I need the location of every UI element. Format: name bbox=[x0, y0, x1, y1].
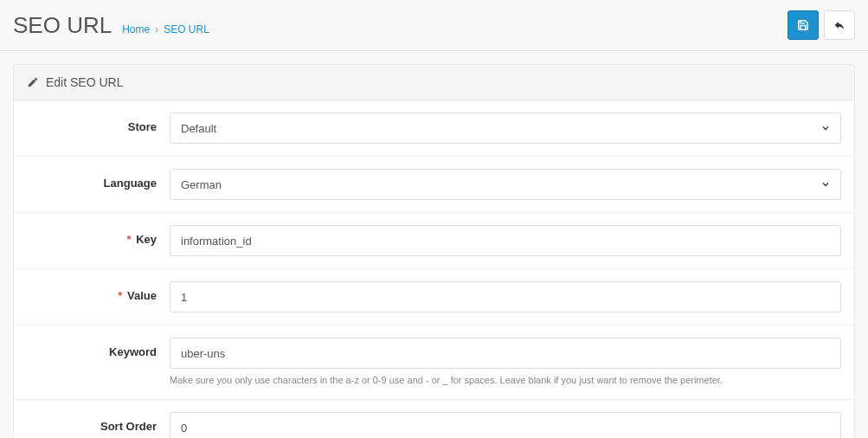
save-icon bbox=[797, 19, 809, 31]
breadcrumb-home[interactable]: Home bbox=[122, 23, 150, 35]
language-label: Language bbox=[27, 169, 170, 190]
form-row-value: * Value bbox=[14, 269, 854, 325]
value-input[interactable] bbox=[170, 281, 841, 312]
sort-order-input[interactable] bbox=[170, 412, 841, 438]
store-select[interactable]: Default bbox=[170, 113, 841, 144]
key-input[interactable] bbox=[170, 225, 841, 256]
form-row-keyword: Keyword Make sure you only use character… bbox=[14, 325, 854, 400]
pencil-icon bbox=[27, 76, 39, 88]
edit-panel: Edit SEO URL Store Default Language Germ… bbox=[13, 64, 855, 438]
key-label: * Key bbox=[27, 225, 170, 246]
header-left: SEO URL Home › SEO URL bbox=[13, 12, 209, 39]
form-row-sort-order: Sort Order The sort order of the keyword… bbox=[14, 400, 854, 438]
language-select[interactable]: German bbox=[170, 169, 841, 200]
keyword-help: Make sure you only use characters in the… bbox=[170, 374, 841, 387]
keyword-label: Keyword bbox=[27, 338, 170, 358]
page-title: SEO URL bbox=[13, 12, 112, 39]
panel-title: Edit SEO URL bbox=[46, 75, 123, 89]
back-button[interactable] bbox=[824, 10, 855, 40]
header-actions bbox=[788, 10, 855, 40]
keyword-input[interactable] bbox=[170, 338, 841, 369]
panel-header: Edit SEO URL bbox=[14, 65, 854, 100]
form-row-store: Store Default bbox=[14, 100, 854, 157]
sort-order-label: Sort Order bbox=[27, 412, 170, 433]
breadcrumb-separator: › bbox=[155, 23, 158, 35]
breadcrumb-current[interactable]: SEO URL bbox=[164, 23, 209, 35]
panel-body: Store Default Language German bbox=[14, 100, 854, 438]
form-row-key: * Key bbox=[14, 213, 854, 269]
store-label: Store bbox=[27, 113, 170, 133]
form-row-language: Language German bbox=[14, 157, 854, 213]
page-header: SEO URL Home › SEO URL bbox=[0, 0, 868, 51]
save-button[interactable] bbox=[788, 10, 819, 40]
breadcrumb: Home › SEO URL bbox=[122, 23, 209, 35]
value-label: * Value bbox=[27, 281, 170, 302]
reply-icon bbox=[833, 19, 845, 31]
